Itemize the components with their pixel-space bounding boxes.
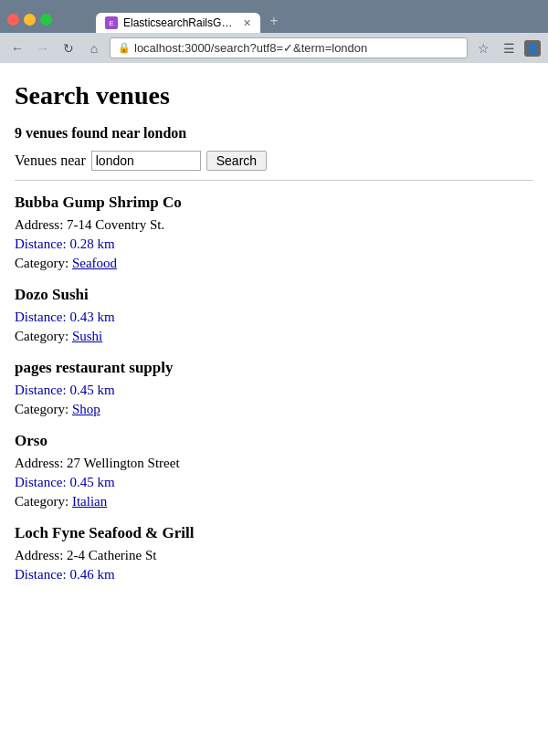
venue-address: Address: 2-4 Catherine St bbox=[15, 548, 533, 563]
results-summary: 9 venues found near london bbox=[15, 125, 533, 142]
venue-category: Category: Italian bbox=[15, 494, 533, 509]
venue-name: Loch Fyne Seafood & Grill bbox=[15, 524, 533, 542]
venue-item: OrsoAddress: 27 Wellington StreetDistanc… bbox=[15, 432, 533, 509]
search-form: Venues near Search bbox=[15, 151, 533, 171]
venue-name: Dozo Sushi bbox=[15, 286, 533, 304]
reload-button[interactable]: ↻ bbox=[58, 38, 79, 58]
category-link[interactable]: Shop bbox=[72, 402, 100, 416]
minimize-button[interactable] bbox=[24, 14, 36, 26]
venue-category: Category: Shop bbox=[15, 402, 533, 417]
venue-address: Address: 7-14 Coventry St. bbox=[15, 217, 533, 233]
tab-bar: E ElasticsearchRailsGeolocat... ✕ + bbox=[59, 5, 293, 33]
venue-distance: Distance: 0.45 km bbox=[15, 383, 533, 398]
extension-icon[interactable]: 👤 bbox=[524, 40, 541, 57]
venue-distance: Distance: 0.28 km bbox=[15, 236, 533, 252]
close-button[interactable] bbox=[7, 14, 19, 26]
address-bar[interactable]: 🔒 localhost:3000/search?utf8=✓&term=lond… bbox=[110, 37, 468, 58]
menu-button[interactable]: ☰ bbox=[499, 38, 519, 58]
active-tab[interactable]: E ElasticsearchRailsGeolocat... ✕ bbox=[96, 13, 260, 33]
venue-address: Address: 27 Wellington Street bbox=[15, 456, 533, 471]
venue-distance: Distance: 0.43 km bbox=[15, 310, 533, 325]
title-bar: E ElasticsearchRailsGeolocat... ✕ + bbox=[0, 0, 548, 33]
venue-item: Loch Fyne Seafood & GrillAddress: 2-4 Ca… bbox=[15, 524, 533, 583]
address-lock-icon: 🔒 bbox=[118, 42, 131, 54]
search-input[interactable] bbox=[91, 151, 201, 171]
forward-button[interactable]: → bbox=[33, 38, 53, 58]
venue-name: pages restaurant supply bbox=[15, 359, 533, 377]
venue-item: Dozo SushiDistance: 0.43 kmCategory: Sus… bbox=[15, 286, 533, 344]
browser-window: E ElasticsearchRailsGeolocat... ✕ + ← → … bbox=[0, 0, 548, 615]
home-button[interactable]: ⌂ bbox=[84, 38, 104, 58]
back-button[interactable]: ← bbox=[7, 38, 27, 58]
venue-item: Bubba Gump Shrimp CoAddress: 7-14 Covent… bbox=[15, 194, 533, 271]
tab-close-icon[interactable]: ✕ bbox=[243, 17, 251, 29]
category-link[interactable]: Italian bbox=[72, 494, 107, 509]
venue-category: Category: Sushi bbox=[15, 329, 533, 344]
search-label: Venues near bbox=[15, 152, 86, 169]
page-title: Search venues bbox=[15, 81, 533, 110]
divider bbox=[15, 180, 533, 181]
venue-name: Orso bbox=[15, 432, 533, 450]
maximize-button[interactable] bbox=[40, 14, 52, 26]
nav-bar: ← → ↻ ⌂ 🔒 localhost:3000/search?utf8=✓&t… bbox=[0, 33, 548, 63]
venue-distance: Distance: 0.45 km bbox=[15, 475, 533, 490]
tab-favicon-icon: E bbox=[105, 16, 118, 29]
category-link[interactable]: Seafood bbox=[72, 256, 117, 270]
venue-category: Category: Seafood bbox=[15, 256, 533, 271]
category-link[interactable]: Sushi bbox=[72, 329, 102, 343]
new-tab-button[interactable]: + bbox=[262, 9, 286, 33]
venue-name: Bubba Gump Shrimp Co bbox=[15, 194, 533, 212]
search-button[interactable]: Search bbox=[206, 151, 267, 171]
page-content: Search venues 9 venues found near london… bbox=[0, 63, 548, 615]
address-text: localhost:3000/search?utf8=✓&term=london bbox=[134, 41, 367, 55]
bookmark-button[interactable]: ☆ bbox=[473, 38, 493, 58]
window-controls bbox=[7, 14, 52, 26]
venues-list: Bubba Gump Shrimp CoAddress: 7-14 Covent… bbox=[15, 194, 533, 583]
venue-item: pages restaurant supplyDistance: 0.45 km… bbox=[15, 359, 533, 417]
venue-distance: Distance: 0.46 km bbox=[15, 567, 533, 583]
tab-title: ElasticsearchRailsGeolocat... bbox=[123, 16, 237, 29]
